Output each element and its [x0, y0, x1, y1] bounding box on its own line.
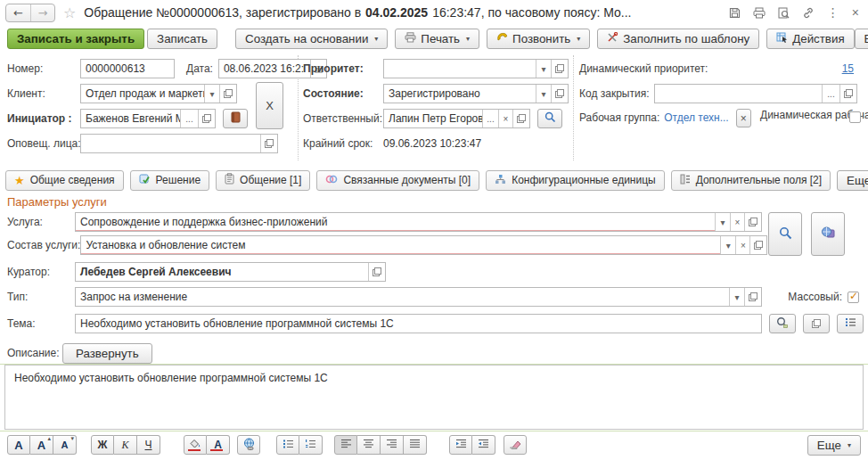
font-increase-button[interactable]: A▴	[30, 435, 53, 455]
mass-checkbox[interactable]	[848, 292, 859, 303]
align-center-button[interactable]	[357, 435, 381, 455]
font-increase-label: A	[37, 439, 45, 451]
curator-field[interactable]: Лебедев Сергей Алексеевич	[75, 262, 386, 282]
workgroup-clear-button[interactable]: ×	[736, 109, 751, 127]
open-icon[interactable]	[512, 110, 529, 127]
tab-decision[interactable]: Решение	[130, 170, 209, 191]
service-catalog-button[interactable]	[811, 212, 845, 256]
save-and-close-button[interactable]: Записать и закрыть	[7, 29, 144, 49]
cmdbar-more-button[interactable]: Еще▾	[855, 29, 868, 49]
ellipsis-icon[interactable]: ...	[180, 110, 198, 127]
create-based-on-button[interactable]: Создать на основании▾	[235, 29, 388, 49]
hyperlink-button[interactable]	[237, 435, 260, 455]
underline-button[interactable]: Ч	[137, 435, 160, 455]
contact-book-button[interactable]	[223, 109, 248, 128]
link-icon[interactable]	[802, 7, 815, 19]
priority-field[interactable]: ▾	[383, 59, 569, 78]
align-justify-button[interactable]	[404, 435, 427, 455]
actions-button[interactable]: Действия	[766, 29, 854, 49]
client-field[interactable]: Отдел продаж и маркетинга ▾	[80, 84, 237, 103]
service-composition-field[interactable]: Установка и обновление систем ▾ ×	[80, 235, 767, 255]
font-button[interactable]: A	[7, 435, 30, 455]
tab-general-info[interactable]: ★ Общие сведения	[5, 170, 124, 191]
dynamic-workgroup-checkbox[interactable]	[849, 111, 861, 123]
expand-description-button[interactable]: Развернуть	[62, 343, 152, 364]
initiator-field[interactable]: Баженов Евгений Мак ...	[80, 109, 216, 128]
subject-pick-button[interactable]	[769, 314, 796, 333]
description-textarea[interactable]: Необходимо установить обновление програм…	[4, 365, 864, 430]
responsible-search-button[interactable]	[537, 109, 562, 128]
save-icon[interactable]	[729, 7, 741, 19]
search-plus-icon	[776, 316, 789, 331]
dropdown-icon[interactable]: ▾	[720, 236, 735, 254]
more-vertical-icon[interactable]: ⋮	[827, 6, 839, 19]
preview-icon[interactable]	[778, 7, 790, 19]
dropdown-icon[interactable]: ▾	[204, 85, 219, 103]
align-right-icon	[386, 439, 397, 451]
open-icon[interactable]	[198, 110, 215, 127]
close-icon[interactable]: ×	[852, 6, 859, 19]
dropdown-icon[interactable]: ▾	[715, 213, 730, 231]
workgroup-value-link[interactable]: Отдел техн...	[664, 111, 728, 124]
open-icon[interactable]	[744, 288, 761, 306]
highlight-color-button[interactable]	[184, 435, 207, 455]
align-left-button[interactable]	[334, 435, 357, 455]
save-button[interactable]: Записать	[147, 29, 217, 49]
type-field[interactable]: Запрос на изменение ▾	[75, 287, 762, 307]
dropdown-icon[interactable]: ▾	[536, 85, 551, 103]
clear-format-button[interactable]	[504, 435, 527, 455]
subject-open-button[interactable]	[803, 314, 830, 333]
call-button[interactable]: Позвонить▾	[487, 29, 590, 49]
tab-extra-fields[interactable]: Дополнительные поля [2]	[671, 170, 831, 191]
open-icon[interactable]	[219, 85, 236, 103]
print-button[interactable]: Печать▾	[395, 29, 479, 49]
back-button[interactable]: ←	[6, 4, 30, 21]
open-icon[interactable]	[744, 213, 761, 231]
list-icon	[845, 317, 856, 330]
tab-configuration-units[interactable]: Конфигурационные единицы	[486, 170, 665, 191]
dynamic-priority-value-link[interactable]: 15	[842, 62, 854, 75]
open-icon[interactable]	[551, 60, 568, 78]
editor-more-button[interactable]: Еще▾	[807, 435, 861, 456]
dropdown-icon[interactable]: ▾	[729, 288, 744, 306]
favorite-star-icon[interactable]: ☆	[63, 4, 76, 21]
state-field[interactable]: Зарегистрировано ▾	[383, 84, 569, 103]
forward-button[interactable]: →	[30, 4, 54, 21]
font-decrease-button[interactable]: A▾	[53, 435, 77, 455]
open-icon[interactable]	[368, 263, 385, 281]
subject-list-button[interactable]	[837, 314, 864, 333]
subject-field[interactable]: Необходимо установить обновление програм…	[75, 314, 762, 333]
fill-by-template-button[interactable]: Заполнить по шаблону	[597, 29, 759, 49]
tab-label: Связанные документы [0]	[343, 174, 471, 186]
ellipsis-icon[interactable]: ...	[822, 85, 839, 103]
numbered-list-button[interactable]	[299, 435, 323, 455]
indent-decrease-button[interactable]	[472, 435, 495, 455]
dropdown-icon[interactable]: ▾	[536, 60, 551, 78]
italic-button[interactable]: К	[114, 435, 137, 455]
open-icon[interactable]	[839, 85, 856, 103]
clear-icon[interactable]: ×	[498, 110, 512, 127]
bold-button[interactable]: Ж	[91, 435, 114, 455]
open-icon[interactable]	[551, 85, 568, 103]
open-icon[interactable]	[260, 135, 277, 152]
dynamic-priority-label: Динамический приоритет:	[579, 62, 708, 75]
align-right-button[interactable]	[381, 435, 404, 455]
close-code-field[interactable]: ...	[654, 84, 857, 103]
print-icon[interactable]	[753, 7, 766, 19]
clear-client-button[interactable]: X	[256, 82, 283, 129]
service-search-button[interactable]	[768, 212, 802, 256]
responsible-field[interactable]: Лапин Петр Егорович ... ×	[383, 109, 530, 128]
number-field[interactable]: 0000000613	[80, 59, 175, 78]
clear-icon[interactable]: ×	[730, 213, 744, 231]
bullet-list-button[interactable]	[276, 435, 299, 455]
ellipsis-icon[interactable]: ...	[482, 110, 498, 127]
notify-persons-field[interactable]	[80, 134, 278, 153]
text-color-button[interactable]: A	[207, 435, 230, 455]
open-icon[interactable]	[749, 236, 766, 254]
tabs-more-button[interactable]: Еще▾	[837, 170, 868, 191]
service-field[interactable]: Сопровождение и поддержка бизнес-приложе…	[75, 212, 762, 232]
tab-linked-documents[interactable]: Связанные документы [0]	[316, 170, 479, 191]
indent-increase-button[interactable]	[449, 435, 472, 455]
clear-icon[interactable]: ×	[735, 236, 749, 254]
tab-communication[interactable]: Общение [1]	[216, 170, 310, 191]
